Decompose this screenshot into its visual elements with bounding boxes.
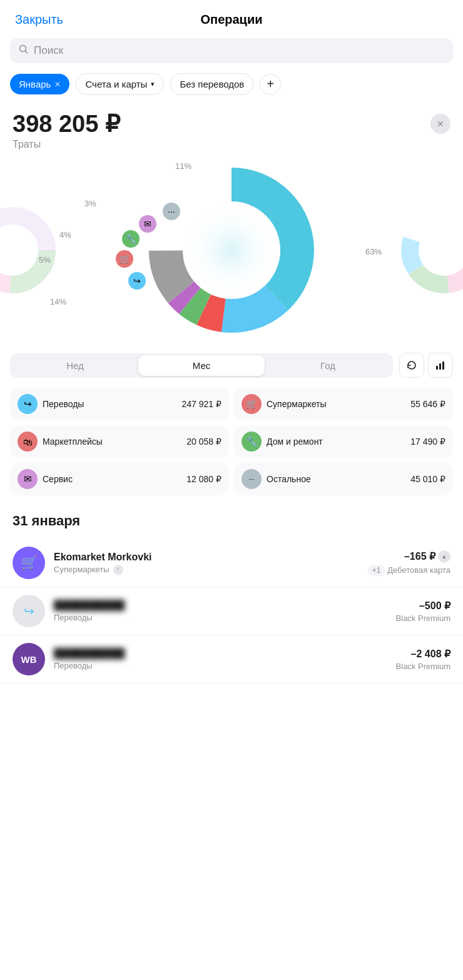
category-name-service: Сервис — [43, 474, 73, 484]
category-other[interactable]: ··· Остальное 45 010 ₽ — [234, 463, 453, 495]
category-transfers[interactable]: ↪ Переводы 247 921 ₽ — [10, 388, 229, 420]
category-grid: ↪ Переводы 247 921 ₽ 🛒 Супермаркеты 55 6… — [0, 388, 463, 505]
category-amount-supermarkets: 55 646 ₽ — [410, 399, 445, 409]
amount-close-button[interactable]: ✕ — [430, 114, 450, 134]
chart-icon-service: ✉ — [139, 215, 156, 233]
tx3-amount: –2 408 ₽ — [396, 648, 450, 660]
tx1-card-badge: +1 — [368, 565, 385, 576]
chart-label-5: 5% — [39, 255, 51, 265]
donut-chart — [138, 156, 325, 344]
category-amount-marketplace: 20 058 ₽ — [186, 437, 221, 447]
page-title: Операции — [201, 13, 263, 27]
tx2-card: Black Premium — [396, 614, 450, 623]
filter-january-label: Январь — [19, 79, 51, 89]
category-icon-supermarkets: 🛒 — [242, 394, 262, 414]
chart-label-14: 14% — [50, 297, 66, 306]
time-tabs-row: Нед Мес Год — [0, 350, 463, 388]
tx2-name: ██████████ — [54, 600, 387, 611]
filter-accounts[interactable]: Счета и карты ▾ — [76, 73, 164, 95]
tab-week[interactable]: Нед — [12, 355, 138, 376]
tx3-avatar: WB — [13, 643, 45, 675]
chart-icon-transfers: ↪ — [128, 272, 146, 290]
tab-year[interactable]: Год — [265, 355, 391, 376]
category-name-marketplace: Маркетплейсы — [43, 437, 103, 447]
chart-icon-home: 🔧 — [122, 230, 140, 248]
tx1-info: Ekomarket Morkovki Супермаркеты — [54, 552, 359, 575]
tx1-card: +1 Дебетовая карта — [368, 565, 450, 576]
tx2-right: –500 ₽ Black Premium — [396, 600, 450, 623]
tx1-avatar: 🛒 — [13, 547, 45, 579]
category-name-home: Дом и ремонт — [267, 437, 323, 447]
category-name-other: Остальное — [267, 474, 311, 484]
view-icons — [399, 353, 453, 378]
tx3-category-row: Переводы — [54, 661, 387, 670]
time-tabs: Нед Мес Год — [10, 353, 393, 378]
filter-add-button[interactable]: + — [260, 74, 281, 95]
tx1-arrow-icon: ▲ — [438, 550, 450, 563]
close-button[interactable]: Закрыть — [15, 13, 63, 27]
tx2-info: ██████████ Переводы — [54, 600, 387, 622]
category-marketplace[interactable]: 🛍 Маркетплейсы 20 058 ₽ — [10, 425, 229, 458]
search-input[interactable]: Поиск — [34, 44, 63, 57]
filter-no-transfers[interactable]: Без переводов — [170, 73, 253, 95]
chart-label-4: 4% — [59, 230, 71, 240]
tab-month[interactable]: Мес — [138, 355, 265, 376]
tx3-name: ██████████ — [54, 648, 387, 659]
filter-accounts-label: Счета и карты — [85, 79, 147, 89]
chart-label-11: 11% — [175, 161, 191, 171]
svg-line-1 — [26, 51, 28, 54]
filter-january-close[interactable]: ✕ — [54, 80, 61, 89]
category-amount-service: 12 080 ₽ — [186, 474, 221, 484]
filter-january[interactable]: Январь ✕ — [10, 74, 69, 94]
category-icon-service: ✉ — [18, 469, 38, 489]
header: Закрыть Операции — [0, 0, 463, 33]
tx1-right: –165 ₽ ▲ +1 Дебетовая карта — [368, 550, 450, 576]
tx2-category-row: Переводы — [54, 613, 387, 622]
transaction-item-3[interactable]: WB ██████████ Переводы –2 408 ₽ Black Pr… — [0, 635, 463, 684]
chart-label-63: 63% — [365, 247, 382, 256]
tx1-category-row: Супермаркеты — [54, 565, 359, 575]
total-amount: 398 205 ₽ — [13, 110, 120, 138]
tx3-info: ██████████ Переводы — [54, 648, 387, 670]
tx1-category-badge — [113, 565, 123, 575]
tx1-category: Супермаркеты — [54, 565, 109, 574]
date-header: 31 января — [0, 505, 463, 539]
tx2-avatar: ↪ — [13, 595, 45, 627]
left-partial-chart — [0, 200, 63, 300]
refresh-view-button[interactable] — [399, 353, 424, 378]
svg-rect-18 — [442, 361, 444, 370]
category-service[interactable]: ✉ Сервис 12 080 ₽ — [10, 463, 229, 495]
search-bar[interactable]: Поиск — [10, 38, 453, 63]
chart-area: 63% 14% 11% 5% 4% 3% ✉ 🔧 🛒 ↪ ··· — [0, 150, 463, 350]
right-partial-chart — [394, 200, 463, 300]
svg-rect-21 — [118, 570, 118, 571]
tx3-right: –2 408 ₽ Black Premium — [396, 648, 450, 671]
category-icon-marketplace: 🛍 — [18, 432, 38, 452]
category-icon-other: ··· — [242, 469, 262, 489]
svg-rect-16 — [436, 366, 438, 370]
amount-section: 398 205 ₽ Траты ✕ — [0, 105, 463, 150]
tx1-name: Ekomarket Morkovki — [54, 552, 359, 563]
chevron-down-icon: ▾ — [151, 80, 155, 88]
chart-icon-other: ··· — [163, 203, 180, 220]
filter-row: Январь ✕ Счета и карты ▾ Без переводов + — [0, 71, 463, 105]
tx3-category: Переводы — [54, 661, 93, 670]
tx2-amount: –500 ₽ — [396, 600, 450, 612]
transaction-item-1[interactable]: 🛒 Ekomarket Morkovki Супермаркеты –165 ₽… — [0, 539, 463, 587]
category-icon-transfers: ↪ — [18, 394, 38, 414]
search-icon — [19, 44, 29, 57]
bar-chart-view-button[interactable] — [428, 353, 453, 378]
category-amount-transfers: 247 921 ₽ — [182, 399, 222, 409]
category-supermarkets[interactable]: 🛒 Супермаркеты 55 646 ₽ — [234, 388, 453, 420]
svg-point-12 — [185, 203, 278, 297]
category-home[interactable]: 🔧 Дом и ремонт 17 490 ₽ — [234, 425, 453, 458]
amount-label: Траты — [13, 139, 120, 150]
search-container: Поиск — [0, 33, 463, 71]
category-name-supermarkets: Супермаркеты — [267, 399, 327, 409]
chart-label-3: 3% — [84, 199, 96, 208]
tx2-category: Переводы — [54, 613, 93, 622]
svg-rect-20 — [118, 568, 118, 570]
tx3-card: Black Premium — [396, 662, 450, 671]
filter-no-transfers-label: Без переводов — [180, 79, 244, 89]
transaction-item-2[interactable]: ↪ ██████████ Переводы –500 ₽ Black Premi… — [0, 587, 463, 635]
